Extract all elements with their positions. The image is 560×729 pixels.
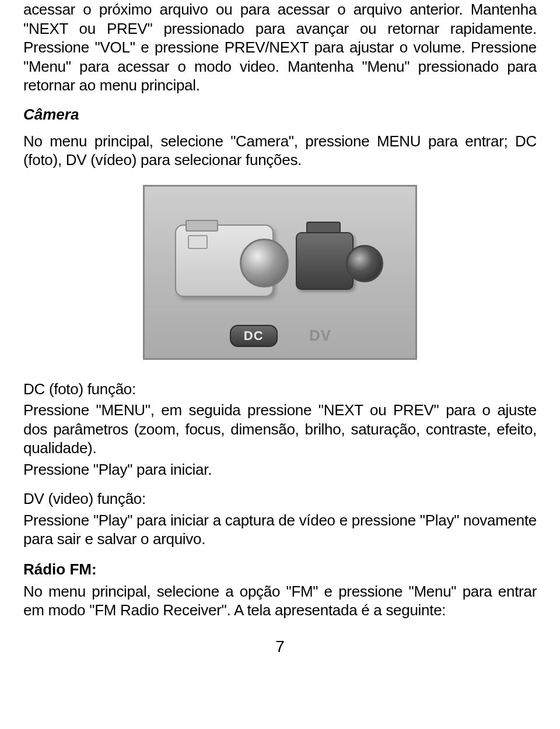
radio-heading: Rádio FM: bbox=[23, 560, 537, 579]
radio-paragraph: No menu principal, selecione a opção "FM… bbox=[23, 582, 537, 620]
dv-heading: DV (video) função: bbox=[23, 489, 537, 509]
camcorder-icon bbox=[296, 217, 383, 296]
dc-paragraph-2: Pressione "Play" para iniciar. bbox=[23, 460, 537, 479]
camera-heading: Câmera bbox=[23, 106, 537, 124]
camcorder-body-icon bbox=[296, 232, 354, 290]
still-camera-icon bbox=[175, 225, 274, 297]
page-number: 7 bbox=[23, 637, 537, 656]
dv-paragraph: Pressione "Play" para iniciar a captura … bbox=[23, 511, 537, 549]
dv-badge: DV bbox=[309, 327, 331, 345]
dc-paragraph-1: Pressione "MENU", em seguida pressione "… bbox=[23, 401, 537, 458]
camera-modes-figure: DC DV bbox=[143, 185, 417, 360]
camera-paragraph: No menu principal, selecione "Camera", p… bbox=[23, 132, 537, 170]
camcorder-lens-icon bbox=[346, 245, 383, 282]
camera-flash-icon bbox=[188, 235, 208, 249]
dc-heading: DC (foto) função: bbox=[23, 380, 537, 399]
intro-paragraph: acessar o próximo arquivo ou para acessa… bbox=[23, 0, 537, 95]
dc-badge: DC bbox=[230, 325, 278, 347]
figure-container: DC DV bbox=[23, 185, 537, 362]
manual-page: acessar o próximo arquivo ou para acessa… bbox=[0, 0, 560, 679]
badge-row: DC DV bbox=[143, 325, 417, 347]
